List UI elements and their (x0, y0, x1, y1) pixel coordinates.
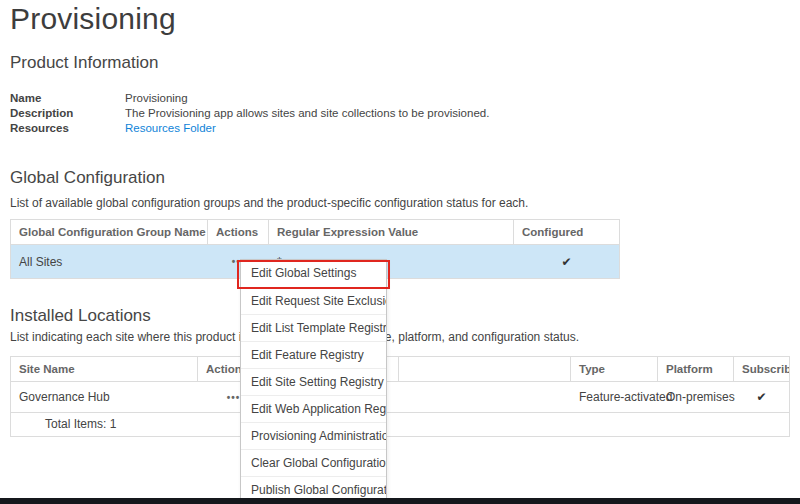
resources-label: Resources (10, 121, 125, 136)
menu-item-edit-site-setting-registry[interactable]: Edit Site Setting Registry (241, 368, 386, 395)
resources-folder-link[interactable]: Resources Folder (125, 122, 216, 134)
total-items-footer: Total Items: 1 (11, 412, 789, 436)
name-value: Provisioning (125, 91, 188, 106)
menu-item-edit-web-application-registry[interactable]: Edit Web Application Registry (241, 395, 386, 422)
product-information-heading: Product Information (10, 53, 158, 73)
platform-cell: On-premises (658, 390, 734, 404)
configured-check-icon: ✔ (514, 255, 619, 269)
global-configuration-description: List of available global configuration g… (10, 196, 528, 210)
column-header-regex-value[interactable]: Regular Expression Value (269, 220, 514, 244)
window-bottom-edge-bar (0, 498, 800, 504)
menu-item-clear-global-configuration[interactable]: Clear Global Configuration (241, 449, 386, 476)
installed-locations-table: Site Name Actions Type Platform Subscrib… (10, 356, 790, 437)
product-information-fields: Name Provisioning Description The Provis… (10, 91, 489, 136)
description-value: The Provisioning app allows sites and si… (125, 106, 489, 121)
actions-context-menu: Edit Global Settings Edit Request Site E… (240, 259, 387, 504)
type-cell: Feature-activated (571, 390, 658, 404)
column-header-hidden-2[interactable] (399, 357, 571, 381)
global-configuration-table-header: Global Configuration Group Name Actions … (11, 220, 619, 245)
menu-item-edit-global-settings[interactable]: Edit Global Settings (241, 260, 386, 287)
column-header-site-name[interactable]: Site Name (11, 357, 198, 381)
subscribed-check-icon: ✔ (734, 390, 789, 404)
column-header-group-name[interactable]: Global Configuration Group Name (11, 220, 208, 244)
menu-item-provisioning-administration[interactable]: Provisioning Administration (241, 422, 386, 449)
global-configuration-heading: Global Configuration (10, 168, 165, 188)
site-name-cell: Governance Hub (11, 390, 198, 404)
group-name-cell: All Sites (11, 255, 208, 269)
column-header-subscribed[interactable]: Subscribed (734, 357, 789, 381)
field-row-resources: Resources Resources Folder (10, 121, 489, 136)
field-row-description: Description The Provisioning app allows … (10, 106, 489, 121)
field-row-name: Name Provisioning (10, 91, 489, 106)
page-title: Provisioning (10, 2, 176, 36)
table-row-governance-hub[interactable]: Governance Hub ••• Feature-activated On-… (11, 382, 789, 412)
name-label: Name (10, 91, 125, 106)
menu-item-edit-request-site-exclusions[interactable]: Edit Request Site Exclusions (241, 287, 386, 314)
description-label: Description (10, 106, 125, 121)
column-header-actions[interactable]: Actions (208, 220, 269, 244)
menu-item-edit-list-template-registry[interactable]: Edit List Template Registry (241, 314, 386, 341)
column-header-platform[interactable]: Platform (658, 357, 734, 381)
installed-locations-heading: Installed Locations (10, 306, 151, 326)
column-header-type[interactable]: Type (571, 357, 658, 381)
installed-locations-table-header: Site Name Actions Type Platform Subscrib… (11, 357, 789, 382)
column-header-configured[interactable]: Configured (514, 220, 619, 244)
provisioning-page: Provisioning Product Information Name Pr… (0, 0, 800, 504)
menu-item-edit-feature-registry[interactable]: Edit Feature Registry (241, 341, 386, 368)
